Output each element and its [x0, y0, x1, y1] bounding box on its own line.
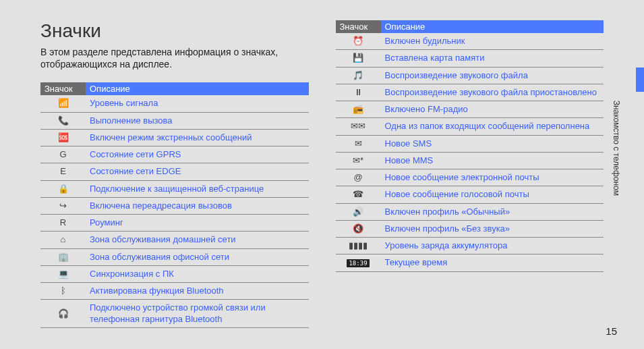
side-tab-marker: [636, 68, 644, 92]
audio-pause-icon: ⏸: [336, 84, 381, 101]
icon-description: Уровень сигнала: [86, 95, 309, 112]
icon-description: Подключение к защищенной веб-странице: [86, 180, 309, 197]
table-row: ▮▮▮▮Уровень заряда аккумулятора: [336, 238, 604, 254]
icon-description: Новое SMS: [381, 135, 604, 152]
table-row: GСостояние сети GPRS: [40, 146, 309, 163]
bt-headset-icon: 🎧: [40, 300, 86, 328]
icon-description: Включен режим экстренных сообщений: [86, 129, 309, 146]
roaming-icon: R: [40, 215, 86, 232]
table-row: 🔇Включен профиль «Без звука»: [336, 220, 604, 237]
sms-icon: ✉: [336, 135, 381, 152]
secure-web-icon: 🔒: [40, 180, 86, 197]
icon-description: Роуминг: [86, 215, 309, 232]
call-forward-icon: ↪: [40, 197, 86, 214]
office-zone-icon: 🏢: [40, 248, 86, 265]
table-row: ⌂Зона обслуживания домашней сети: [40, 232, 309, 248]
table-row: 🎵Воспроизведение звукового файла: [336, 67, 604, 84]
table-row: 🆘Включен режим экстренных сообщений: [40, 129, 309, 146]
col-header-desc: Описание: [86, 82, 309, 95]
table-row: ⏸Воспроизведение звукового файла приоста…: [336, 84, 604, 101]
table-row: 💻Синхронизация с ПК: [40, 265, 309, 282]
inbox-full-icon: ✉✉: [336, 118, 381, 135]
table-row: 🔊Включен профиль «Обычный»: [336, 203, 604, 220]
table-row: ✉✉Одна из папок входящих сообщений переп…: [336, 118, 604, 135]
table-row: ⏰Включен будильник: [336, 33, 604, 50]
table-row: ↪Включена переадресация вызовов: [40, 197, 309, 214]
icon-description: Новое сообщение голосовой почты: [381, 186, 604, 203]
sos-icon: 🆘: [40, 129, 86, 146]
icon-description: Воспроизведение звукового файла приостан…: [381, 84, 604, 101]
icons-table-right: Значок Описание ⏰Включен будильник💾Встав…: [336, 20, 604, 272]
table-row: @Новое сообщение электронной почты: [336, 169, 604, 186]
table-row: ✉*Новое MMS: [336, 152, 604, 169]
table-row: 🔒Подключение к защищенной веб-странице: [40, 180, 309, 197]
table-row: RРоуминг: [40, 215, 309, 232]
gprs-icon: G: [40, 146, 86, 163]
audio-play-icon: 🎵: [336, 67, 381, 84]
voicemail-icon: ☎: [336, 186, 381, 203]
icon-description: Текущее время: [381, 254, 604, 271]
table-row: 📞Выполнение вызова: [40, 112, 309, 129]
profile-silent-icon: 🔇: [336, 220, 381, 237]
table-row: 📶Уровень сигнала: [40, 95, 309, 112]
icon-description: Зона обслуживания офисной сети: [86, 248, 309, 265]
table-row: ✉Новое SMS: [336, 135, 604, 152]
icon-description: Уровень заряда аккумулятора: [381, 238, 604, 254]
page-title: Значки: [40, 20, 309, 42]
memory-card-icon: 💾: [336, 50, 381, 67]
icon-description: Синхронизация с ПК: [86, 265, 309, 282]
icon-description: Состояние сети EDGE: [86, 163, 309, 180]
icons-table-left: Значок Описание 📶Уровень сигнала📞Выполне…: [40, 82, 309, 328]
edge-icon: E: [40, 163, 86, 180]
icon-description: Активирована функция Bluetooth: [86, 283, 309, 300]
table-row: ☎Новое сообщение голосовой почты: [336, 186, 604, 203]
table-row: ᛒАктивирована функция Bluetooth: [40, 283, 309, 300]
icon-description: Вставлена карта памяти: [381, 50, 604, 67]
page-number: 15: [606, 325, 617, 337]
pc-sync-icon: 💻: [40, 265, 86, 282]
table-row: 💾Вставлена карта памяти: [336, 50, 604, 67]
icon-description: Состояние сети GPRS: [86, 146, 309, 163]
bluetooth-icon: ᛒ: [40, 283, 86, 300]
col-header-desc: Описание: [381, 20, 604, 33]
icon-description: Новое MMS: [381, 152, 604, 169]
icon-description: Подключено устройство громкой связи или …: [86, 300, 309, 328]
icon-description: Включен будильник: [381, 33, 604, 50]
intro-text: В этом разделе представлена информация о…: [40, 46, 309, 70]
fm-radio-icon: 📻: [336, 101, 381, 118]
table-row: 🎧Подключено устройство громкой связи или…: [40, 300, 309, 328]
alarm-icon: ⏰: [336, 33, 381, 50]
call-icon: 📞: [40, 112, 86, 129]
icon-description: Воспроизведение звукового файла: [381, 67, 604, 84]
icon-description: Выполнение вызова: [86, 112, 309, 129]
col-header-icon: Значок: [336, 20, 381, 33]
profile-normal-icon: 🔊: [336, 203, 381, 220]
icon-description: Зона обслуживания домашней сети: [86, 232, 309, 248]
icon-description: Включен профиль «Без звука»: [381, 220, 604, 237]
col-header-icon: Значок: [40, 82, 86, 95]
table-row: EСостояние сети EDGE: [40, 163, 309, 180]
clock-time-icon: 18:39: [336, 254, 381, 271]
mms-icon: ✉*: [336, 152, 381, 169]
icon-description: Включен профиль «Обычный»: [381, 203, 604, 220]
table-row: 📻Включено FM-радио: [336, 101, 604, 118]
home-zone-icon: ⌂: [40, 232, 86, 248]
icon-description: Включено FM-радио: [381, 101, 604, 118]
icon-description: Одна из папок входящих сообщений перепол…: [381, 118, 604, 135]
signal-icon: 📶: [40, 95, 86, 112]
table-row: 🏢Зона обслуживания офисной сети: [40, 248, 309, 265]
table-row: 18:39Текущее время: [336, 254, 604, 271]
battery-icon: ▮▮▮▮: [336, 238, 381, 254]
icon-description: Включена переадресация вызовов: [86, 197, 309, 214]
icon-description: Новое сообщение электронной почты: [381, 169, 604, 186]
email-icon: @: [336, 169, 381, 186]
side-section-label: Знакомство с телефоном: [612, 101, 621, 196]
